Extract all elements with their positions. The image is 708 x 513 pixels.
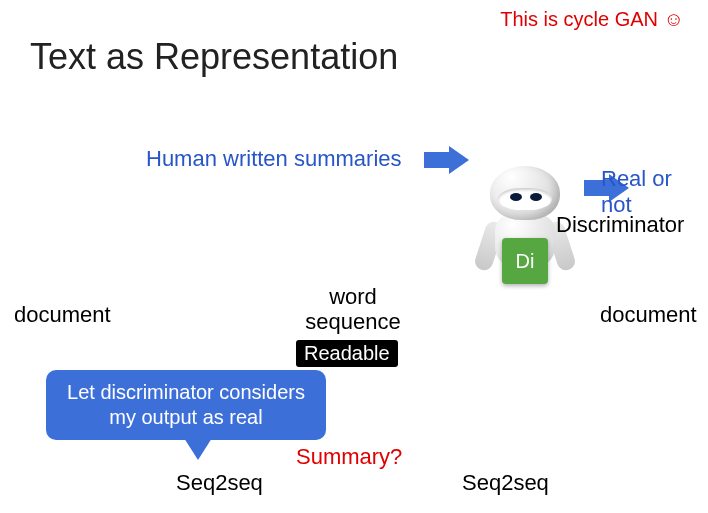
slide-title: Text as Representation — [30, 36, 398, 78]
label-document-right: document — [600, 302, 697, 328]
readable-badge: Readable — [296, 340, 398, 367]
arrow-icon — [424, 146, 472, 174]
label-word-sequence: word sequence — [298, 284, 408, 335]
label-summary-question: Summary? — [296, 444, 402, 470]
label-sequence: sequence — [298, 309, 408, 334]
label-real-or-not: Real or not — [601, 166, 708, 218]
encoder-speech-bubble: Let discriminator considers my output as… — [46, 370, 326, 440]
label-seq2seq-right: Seq2seq — [462, 470, 549, 496]
bubble-line1: Let discriminator considers — [60, 380, 312, 405]
cycle-gan-note: This is cycle GAN ☺ — [500, 8, 684, 31]
label-human-summaries: Human written summaries — [146, 146, 402, 172]
label-discriminator: Discriminator — [556, 212, 684, 238]
bubble-line2: my output as real — [60, 405, 312, 430]
label-seq2seq-left: Seq2seq — [176, 470, 263, 496]
discriminator-tag: Di — [502, 238, 548, 284]
label-document-left: document — [14, 302, 111, 328]
label-word: word — [298, 284, 408, 309]
